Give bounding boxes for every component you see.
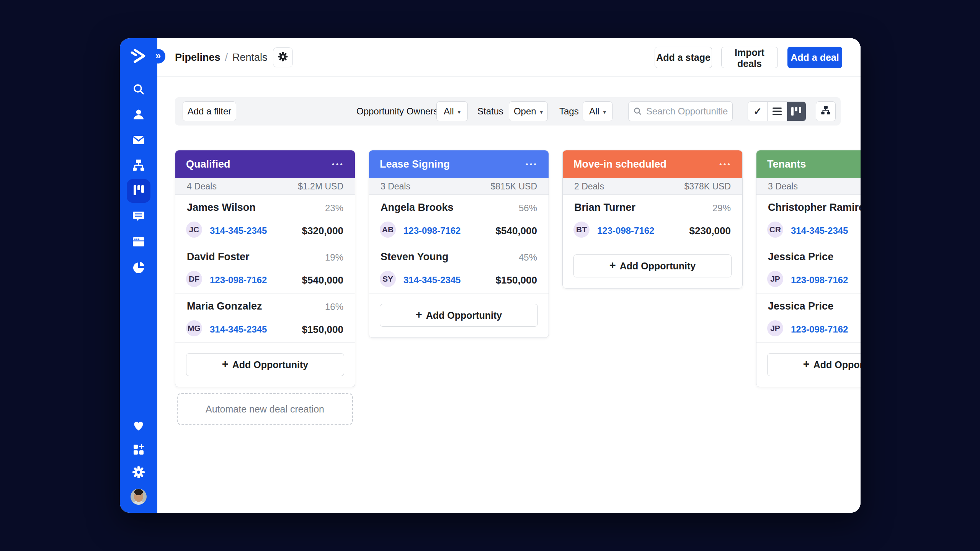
apps-plus-icon	[132, 443, 145, 458]
deal-card[interactable]: Steven Young 45% SY 314-345-2345 $150,00…	[369, 244, 549, 293]
deal-phone-link[interactable]: 123-098-7162	[403, 225, 461, 236]
user-avatar[interactable]	[131, 489, 147, 505]
deal-total: $378K USD	[684, 181, 731, 192]
import-deals-button[interactable]: Import deals	[721, 47, 778, 68]
breadcrumb-separator: /	[225, 52, 228, 64]
deal-phone-link[interactable]: 123-098-7162	[597, 225, 654, 236]
tags-filter-label: Tags	[559, 97, 579, 126]
deal-phone-link[interactable]: 123-098-7162	[210, 275, 267, 285]
avatar: SY	[380, 271, 396, 287]
column-footer: + Add Opportunity	[563, 244, 742, 288]
deal-card[interactable]: Angela Brooks 56% AB 123-098-7162 $540,0…	[369, 195, 549, 244]
deal-card[interactable]: James Wilson 23% JC 314-345-2345 $320,00…	[175, 195, 355, 244]
owners-filter-value: All	[444, 106, 454, 117]
avatar: MG	[186, 320, 202, 336]
sidebar-item-contacts[interactable]	[127, 104, 150, 127]
deal-card[interactable]: Christopher Ramirez CR 314-345-2345	[756, 195, 861, 244]
deal-name: Angela Brooks	[381, 202, 454, 214]
deal-name: Maria Gonzalez	[187, 300, 262, 312]
avatar: BT	[573, 222, 590, 238]
deal-name: Christopher Ramirez	[768, 202, 861, 214]
deal-amount: $540,000	[302, 274, 343, 286]
deal-card[interactable]: Maria Gonzalez 16% MG 314-345-2345 $150,…	[175, 293, 355, 343]
add-opportunity-label: Add Opportunity	[620, 261, 696, 272]
deal-phone-link[interactable]: 314-345-2345	[210, 324, 267, 335]
tasks-view-button[interactable]: ✓	[748, 102, 767, 121]
add-stage-button[interactable]: Add a stage	[655, 47, 712, 68]
deal-card[interactable]: Jessica Price JP 123-098-7162	[756, 293, 861, 343]
add-opportunity-button[interactable]: + Add Opportunity	[767, 353, 861, 376]
pipeline-settings-button[interactable]	[273, 47, 293, 67]
column-title: Move-in scheduled	[573, 158, 666, 170]
avatar: JP	[767, 320, 783, 336]
deal-phone-link[interactable]: 123-098-7162	[791, 275, 848, 285]
column-menu-button[interactable]: •••	[332, 160, 344, 169]
avatar: JP	[767, 271, 783, 287]
tags-filter-dropdown[interactable]: All ▾	[583, 101, 612, 121]
sidebar-item-search[interactable]	[127, 78, 150, 102]
deal-count: 3 Deals	[768, 181, 798, 192]
sidebar-item-mail[interactable]	[127, 129, 150, 153]
deal-phone-link[interactable]: 314-345-2345	[210, 225, 267, 236]
breadcrumb-section: Pipelines	[175, 52, 220, 64]
sidebar-item-browser[interactable]	[127, 231, 150, 254]
column-summary: 3 Deals $815K USD	[369, 178, 549, 195]
page-header: Pipelines / Rentals ▾ Add a stage Import…	[157, 38, 861, 77]
sidebar-item-comments[interactable]	[127, 205, 150, 229]
deal-name: Jessica Price	[768, 251, 833, 263]
chevron-down-icon: ▾	[603, 108, 606, 116]
mail-icon	[132, 133, 145, 148]
sidebar-item-pipelines[interactable]	[127, 179, 150, 203]
tags-filter-value: All	[589, 106, 599, 117]
search-opportunities	[628, 101, 733, 121]
deal-probability: 29%	[712, 203, 731, 214]
add-opportunity-label: Add Opportunity	[426, 310, 502, 321]
column-header: Qualified •••	[175, 150, 355, 178]
deal-phone-link[interactable]: 314-345-2345	[403, 275, 461, 285]
comment-icon	[132, 210, 145, 225]
check-icon: ✓	[753, 106, 762, 117]
status-filter-value: Open	[514, 106, 536, 117]
column-summary: 2 Deals $378K USD	[563, 178, 742, 195]
search-icon	[132, 83, 145, 98]
automate-deal-creation-button[interactable]: Automate new deal creation	[177, 393, 353, 425]
add-opportunity-button[interactable]: + Add Opportunity	[573, 254, 732, 277]
browser-window-icon	[132, 235, 145, 250]
owners-filter-label: Opportunity Owners	[356, 97, 438, 126]
add-deal-button[interactable]: Add a deal	[787, 47, 842, 68]
add-opportunity-button[interactable]: + Add Opportunity	[380, 304, 538, 327]
sidebar-item-settings[interactable]	[127, 461, 150, 485]
sidebar-expand-button[interactable]: »	[151, 49, 165, 64]
sidebar-item-reports[interactable]	[127, 256, 150, 280]
column-summary: 4 Deals $1.2M USD	[175, 178, 355, 195]
deal-total: $815K USD	[491, 181, 537, 192]
status-filter-dropdown[interactable]: Open ▾	[509, 101, 548, 121]
org-chart-icon	[132, 158, 145, 174]
double-chevron-icon: »	[155, 50, 161, 62]
deal-card[interactable]: Brian Turner 29% BT 123-098-7162 $230,00…	[563, 195, 742, 244]
add-opportunity-button[interactable]: + Add Opportunity	[186, 353, 344, 376]
breadcrumb: Pipelines / Rentals ▾	[175, 38, 277, 77]
deal-phone-link[interactable]: 123-098-7162	[791, 324, 848, 335]
deal-phone-link[interactable]: 314-345-2345	[791, 225, 848, 236]
hierarchy-view-button[interactable]	[816, 101, 836, 121]
plus-icon: +	[222, 358, 229, 372]
pipeline-column-tenants: Tenants ••• 3 Deals Christopher Ramirez …	[756, 150, 861, 387]
deal-card[interactable]: David Foster 19% DF 123-098-7162 $540,00…	[175, 244, 355, 293]
main-content: Pipelines / Rentals ▾ Add a stage Import…	[157, 38, 861, 513]
add-filter-button[interactable]: Add a filter	[183, 101, 236, 121]
column-menu-button[interactable]: •••	[719, 160, 732, 169]
sidebar-item-org-chart[interactable]	[127, 154, 150, 178]
heart-icon	[132, 419, 145, 434]
search-input[interactable]	[628, 101, 733, 121]
column-title: Tenants	[767, 158, 806, 170]
sidebar-item-favorites[interactable]	[127, 415, 150, 439]
column-menu-button[interactable]: •••	[526, 160, 538, 169]
deal-card[interactable]: Jessica Price JP 123-098-7162	[756, 244, 861, 293]
kanban-view-button[interactable]	[787, 102, 806, 121]
pipeline-selector[interactable]: Rentals	[232, 52, 268, 64]
chevron-down-icon: ▾	[540, 108, 543, 116]
owners-filter-dropdown[interactable]: All ▾	[436, 101, 468, 121]
list-view-button[interactable]	[767, 102, 786, 121]
sidebar-item-add-apps[interactable]	[127, 439, 150, 462]
